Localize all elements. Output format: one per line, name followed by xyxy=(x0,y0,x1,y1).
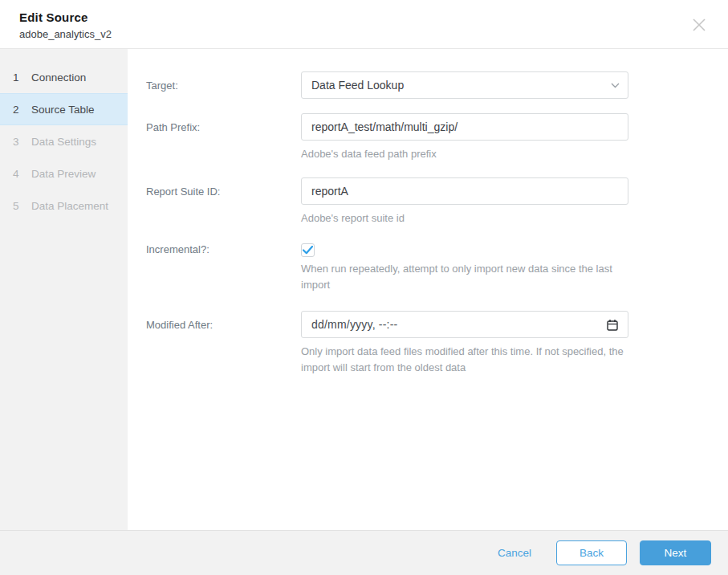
close-icon xyxy=(691,17,707,33)
step-label: Data Placement xyxy=(31,200,108,212)
source-table-form: Target: Data Feed Lookup Path Prefix: Ad… xyxy=(128,49,728,530)
step-label: Source Table xyxy=(31,104,95,116)
field-row-report-suite-id: Report Suite ID: Adobe's report suite id xyxy=(146,177,728,226)
back-button[interactable]: Back xyxy=(556,540,627,565)
step-item-source-table[interactable]: 2 Source Table xyxy=(0,93,128,125)
page-title: Edit Source xyxy=(19,10,709,24)
field-row-modified-after: Modified After: dd/mm/yyyy, --:-- Only i… xyxy=(146,311,728,376)
step-number: 2 xyxy=(13,104,31,116)
step-label: Data Preview xyxy=(31,168,96,180)
step-item-data-preview: 4 Data Preview xyxy=(0,157,128,190)
report-suite-id-label: Report Suite ID: xyxy=(146,177,301,226)
field-row-target: Target: Data Feed Lookup xyxy=(146,71,728,99)
step-number: 5 xyxy=(13,200,31,212)
modified-after-input[interactable]: dd/mm/yyyy, --:-- xyxy=(301,311,628,338)
modal-subtitle: adobe_analytics_v2 xyxy=(19,28,709,40)
target-label: Target: xyxy=(146,71,301,99)
wizard-step-list: 1 Connection 2 Source Table 3 Data Setti… xyxy=(0,49,128,530)
edit-source-modal: Edit Source adobe_analytics_v2 1 Connect… xyxy=(0,0,728,575)
path-prefix-input[interactable] xyxy=(301,113,628,141)
next-button[interactable]: Next xyxy=(640,540,711,565)
incremental-checkbox[interactable] xyxy=(301,243,315,257)
report-suite-id-input[interactable] xyxy=(301,177,628,205)
incremental-help: When run repeatedly, attempt to only imp… xyxy=(301,261,628,293)
report-suite-id-help: Adobe's report suite id xyxy=(301,210,628,226)
step-item-data-settings: 3 Data Settings xyxy=(0,125,128,157)
step-number: 4 xyxy=(13,168,31,180)
step-label: Connection xyxy=(31,71,86,84)
field-row-path-prefix: Path Prefix: Adobe's data feed path pref… xyxy=(146,113,728,162)
step-number: 3 xyxy=(13,136,31,148)
incremental-label: Incremental?: xyxy=(146,243,301,293)
path-prefix-help: Adobe's data feed path prefix xyxy=(301,146,628,162)
step-item-connection[interactable]: 1 Connection xyxy=(0,61,128,93)
chevron-down-icon xyxy=(611,83,620,88)
modal-header: Edit Source adobe_analytics_v2 xyxy=(0,0,728,49)
target-select[interactable]: Data Feed Lookup xyxy=(301,71,628,99)
modified-after-label: Modified After: xyxy=(146,311,301,376)
modified-after-help: Only import data feed files modified aft… xyxy=(301,344,628,376)
cancel-button[interactable]: Cancel xyxy=(498,547,531,559)
close-button[interactable] xyxy=(690,16,708,34)
path-prefix-label: Path Prefix: xyxy=(146,113,301,162)
step-label: Data Settings xyxy=(31,136,96,148)
calendar-icon[interactable] xyxy=(607,319,618,331)
step-item-data-placement: 5 Data Placement xyxy=(0,190,128,222)
field-row-incremental: Incremental?: When run repeatedly, attem… xyxy=(146,243,728,293)
modal-footer: Cancel Back Next xyxy=(0,530,728,575)
target-select-value: Data Feed Lookup xyxy=(311,79,404,92)
step-number: 1 xyxy=(13,71,31,84)
checkmark-icon xyxy=(303,246,313,255)
datetime-placeholder: dd/mm/yyyy, --:-- xyxy=(311,318,397,331)
